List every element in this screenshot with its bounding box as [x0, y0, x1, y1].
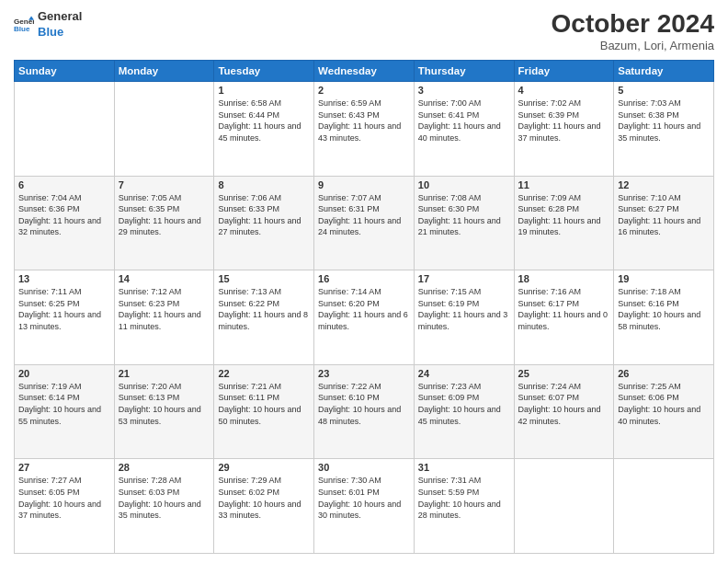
day-detail: Sunrise: 7:22 AM Sunset: 6:10 PM Dayligh… [318, 381, 410, 427]
day-number: 12 [618, 179, 710, 190]
day-detail: Sunrise: 7:06 AM Sunset: 6:33 PM Dayligh… [218, 192, 310, 238]
day-detail: Sunrise: 7:05 AM Sunset: 6:35 PM Dayligh… [119, 192, 210, 238]
calendar-header-wednesday: Wednesday [314, 61, 415, 82]
day-detail: Sunrise: 7:00 AM Sunset: 6:41 PM Dayligh… [418, 98, 510, 144]
day-number: 24 [418, 368, 510, 379]
table-row: 11Sunrise: 7:09 AM Sunset: 6:28 PM Dayli… [514, 176, 614, 270]
logo-line2: Blue [38, 25, 82, 40]
day-number: 7 [119, 179, 210, 190]
table-row: 5Sunrise: 7:03 AM Sunset: 6:38 PM Daylig… [614, 82, 714, 177]
table-row: 16Sunrise: 7:14 AM Sunset: 6:20 PM Dayli… [314, 270, 415, 365]
day-detail: Sunrise: 6:58 AM Sunset: 6:44 PM Dayligh… [218, 98, 310, 144]
table-row [514, 459, 614, 554]
day-number: 4 [518, 85, 610, 96]
calendar-header-friday: Friday [514, 61, 614, 82]
day-detail: Sunrise: 7:19 AM Sunset: 6:14 PM Dayligh… [18, 381, 110, 427]
day-number: 23 [318, 368, 410, 379]
table-row: 31Sunrise: 7:31 AM Sunset: 5:59 PM Dayli… [414, 459, 514, 554]
day-detail: Sunrise: 7:12 AM Sunset: 6:23 PM Dayligh… [119, 286, 210, 332]
day-number: 30 [318, 462, 410, 473]
day-detail: Sunrise: 7:10 AM Sunset: 6:27 PM Dayligh… [618, 192, 710, 238]
day-detail: Sunrise: 7:21 AM Sunset: 6:11 PM Dayligh… [218, 381, 310, 427]
table-row: 17Sunrise: 7:15 AM Sunset: 6:19 PM Dayli… [414, 270, 514, 365]
table-row: 29Sunrise: 7:29 AM Sunset: 6:02 PM Dayli… [214, 459, 314, 554]
day-detail: Sunrise: 7:04 AM Sunset: 6:36 PM Dayligh… [18, 192, 110, 238]
day-number: 18 [518, 273, 610, 284]
table-row: 26Sunrise: 7:25 AM Sunset: 6:06 PM Dayli… [614, 364, 714, 459]
day-detail: Sunrise: 7:27 AM Sunset: 6:05 PM Dayligh… [18, 475, 110, 521]
day-detail: Sunrise: 7:30 AM Sunset: 6:01 PM Dayligh… [318, 475, 410, 521]
title-block: October 2024 Bazum, Lori, Armenia [552, 9, 714, 52]
day-detail: Sunrise: 7:02 AM Sunset: 6:39 PM Dayligh… [518, 98, 610, 144]
table-row: 24Sunrise: 7:23 AM Sunset: 6:09 PM Dayli… [414, 364, 514, 459]
month-title: October 2024 [552, 9, 714, 39]
day-number: 2 [318, 85, 410, 96]
table-row: 20Sunrise: 7:19 AM Sunset: 6:14 PM Dayli… [15, 364, 115, 459]
table-row: 18Sunrise: 7:16 AM Sunset: 6:17 PM Dayli… [514, 270, 614, 365]
day-detail: Sunrise: 7:09 AM Sunset: 6:28 PM Dayligh… [518, 192, 610, 238]
day-detail: Sunrise: 7:20 AM Sunset: 6:13 PM Dayligh… [119, 381, 210, 427]
calendar-table: SundayMondayTuesdayWednesdayThursdayFrid… [14, 60, 714, 554]
day-number: 27 [18, 462, 110, 473]
day-detail: Sunrise: 6:59 AM Sunset: 6:43 PM Dayligh… [318, 98, 410, 144]
day-detail: Sunrise: 7:24 AM Sunset: 6:07 PM Dayligh… [518, 381, 610, 427]
table-row: 2Sunrise: 6:59 AM Sunset: 6:43 PM Daylig… [314, 82, 415, 177]
day-number: 3 [418, 85, 510, 96]
calendar-header-tuesday: Tuesday [214, 61, 314, 82]
table-row: 21Sunrise: 7:20 AM Sunset: 6:13 PM Dayli… [114, 364, 214, 459]
table-row: 3Sunrise: 7:00 AM Sunset: 6:41 PM Daylig… [414, 82, 514, 177]
day-detail: Sunrise: 7:07 AM Sunset: 6:31 PM Dayligh… [318, 192, 410, 238]
table-row [114, 82, 214, 177]
day-number: 19 [618, 273, 710, 284]
table-row: 1Sunrise: 6:58 AM Sunset: 6:44 PM Daylig… [214, 82, 314, 177]
day-number: 25 [518, 368, 610, 379]
table-row: 25Sunrise: 7:24 AM Sunset: 6:07 PM Dayli… [514, 364, 614, 459]
table-row: 28Sunrise: 7:28 AM Sunset: 6:03 PM Dayli… [114, 459, 214, 554]
day-number: 29 [218, 462, 310, 473]
header: General Blue General Blue October 2024 B… [14, 9, 714, 52]
day-number: 22 [218, 368, 310, 379]
location: Bazum, Lori, Armenia [552, 39, 714, 52]
day-detail: Sunrise: 7:08 AM Sunset: 6:30 PM Dayligh… [418, 192, 510, 238]
day-number: 26 [618, 368, 710, 379]
logo-icon: General Blue [14, 15, 34, 35]
day-number: 9 [318, 179, 410, 190]
day-number: 17 [418, 273, 510, 284]
table-row: 27Sunrise: 7:27 AM Sunset: 6:05 PM Dayli… [15, 459, 115, 554]
page: General Blue General Blue October 2024 B… [0, 0, 728, 563]
calendar-header-saturday: Saturday [614, 61, 714, 82]
table-row: 30Sunrise: 7:30 AM Sunset: 6:01 PM Dayli… [314, 459, 415, 554]
day-detail: Sunrise: 7:23 AM Sunset: 6:09 PM Dayligh… [418, 381, 510, 427]
day-number: 15 [218, 273, 310, 284]
logo-line1: General [38, 9, 82, 25]
day-detail: Sunrise: 7:15 AM Sunset: 6:19 PM Dayligh… [418, 286, 510, 332]
calendar-header-monday: Monday [114, 61, 214, 82]
table-row: 23Sunrise: 7:22 AM Sunset: 6:10 PM Dayli… [314, 364, 415, 459]
table-row: 7Sunrise: 7:05 AM Sunset: 6:35 PM Daylig… [114, 176, 214, 270]
day-number: 10 [418, 179, 510, 190]
day-number: 14 [119, 273, 210, 284]
table-row: 6Sunrise: 7:04 AM Sunset: 6:36 PM Daylig… [15, 176, 115, 270]
table-row: 8Sunrise: 7:06 AM Sunset: 6:33 PM Daylig… [214, 176, 314, 270]
logo: General Blue General Blue [14, 9, 82, 40]
table-row: 14Sunrise: 7:12 AM Sunset: 6:23 PM Dayli… [114, 270, 214, 365]
day-detail: Sunrise: 7:11 AM Sunset: 6:25 PM Dayligh… [18, 286, 110, 332]
day-detail: Sunrise: 7:28 AM Sunset: 6:03 PM Dayligh… [119, 475, 210, 521]
table-row: 10Sunrise: 7:08 AM Sunset: 6:30 PM Dayli… [414, 176, 514, 270]
day-number: 16 [318, 273, 410, 284]
day-detail: Sunrise: 7:03 AM Sunset: 6:38 PM Dayligh… [618, 98, 710, 144]
day-number: 28 [119, 462, 210, 473]
table-row: 13Sunrise: 7:11 AM Sunset: 6:25 PM Dayli… [15, 270, 115, 365]
table-row: 4Sunrise: 7:02 AM Sunset: 6:39 PM Daylig… [514, 82, 614, 177]
table-row: 9Sunrise: 7:07 AM Sunset: 6:31 PM Daylig… [314, 176, 415, 270]
day-detail: Sunrise: 7:16 AM Sunset: 6:17 PM Dayligh… [518, 286, 610, 332]
day-number: 8 [218, 179, 310, 190]
day-number: 31 [418, 462, 510, 473]
day-number: 13 [18, 273, 110, 284]
day-number: 1 [218, 85, 310, 96]
day-detail: Sunrise: 7:31 AM Sunset: 5:59 PM Dayligh… [418, 475, 510, 521]
table-row: 22Sunrise: 7:21 AM Sunset: 6:11 PM Dayli… [214, 364, 314, 459]
table-row: 12Sunrise: 7:10 AM Sunset: 6:27 PM Dayli… [614, 176, 714, 270]
day-detail: Sunrise: 7:29 AM Sunset: 6:02 PM Dayligh… [218, 475, 310, 521]
svg-text:Blue: Blue [14, 25, 30, 33]
